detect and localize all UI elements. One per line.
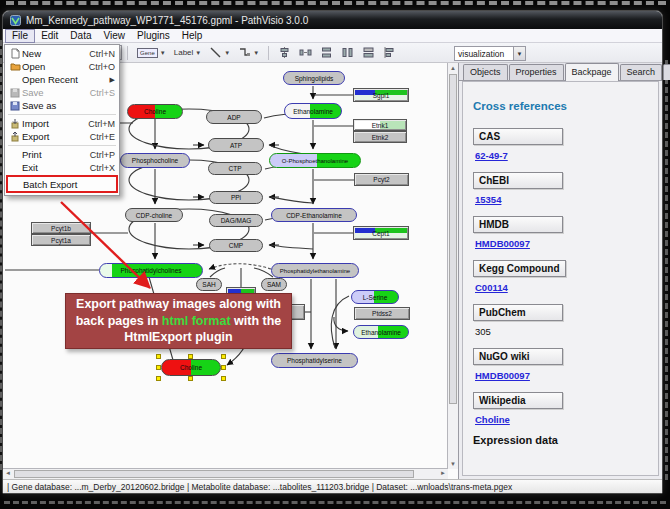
open-folder-icon bbox=[10, 62, 21, 71]
crossref-link[interactable]: 62-49-7 bbox=[475, 150, 508, 161]
node-sgpl1[interactable]: Sgpl1 bbox=[353, 88, 409, 102]
node-phosphocholine[interactable]: Phosphocholine bbox=[120, 153, 190, 168]
node-etnk2[interactable]: Etnk2 bbox=[353, 131, 407, 143]
node-phosphatidylethanolamine[interactable]: Phosphatidylethanolamine bbox=[271, 263, 359, 278]
menu-help[interactable]: Help bbox=[176, 29, 209, 42]
align-left-button[interactable] bbox=[380, 45, 399, 60]
node-dag-mag[interactable]: DAG/MAG bbox=[209, 214, 263, 227]
menu-item-open[interactable]: Open Ctrl+O bbox=[5, 60, 119, 73]
selection-handle[interactable] bbox=[221, 365, 226, 370]
tab-search[interactable]: Search bbox=[620, 64, 663, 80]
menu-item-import[interactable]: Import Ctrl+M bbox=[5, 117, 119, 130]
annotation-callout: Export pathway images along with back pa… bbox=[65, 293, 292, 349]
canvas-vertical-scrollbar[interactable]: ▲ ▼ bbox=[447, 63, 458, 469]
scroll-right-arrow[interactable]: ► bbox=[438, 469, 448, 479]
align-left-icon bbox=[383, 46, 396, 59]
crossref-source: PubChem bbox=[473, 304, 563, 321]
node-cdp-choline[interactable]: CDP-choline bbox=[125, 208, 183, 222]
tab-legend[interactable]: Legend bbox=[663, 64, 670, 80]
frame-dash-top bbox=[6, 1, 666, 5]
expression-data-heading: Expression data bbox=[473, 434, 658, 446]
node-ctp[interactable]: CTP bbox=[208, 162, 262, 175]
canvas-horizontal-scrollbar[interactable]: ◄ ► bbox=[3, 468, 448, 479]
stack-horizontal-button[interactable] bbox=[338, 45, 357, 60]
tab-properties[interactable]: Properties bbox=[509, 64, 564, 80]
node-cdp-ethanolamine[interactable]: CDP-Ethanolamine bbox=[271, 208, 357, 222]
menu-file[interactable]: File bbox=[5, 29, 35, 43]
node-pcyt1a[interactable]: Pcyt1a bbox=[31, 234, 91, 246]
menu-bar: File Edit Data View Plugins Help bbox=[3, 29, 662, 43]
crossref-link[interactable]: HMDB00097 bbox=[475, 370, 530, 381]
chevron-down-icon[interactable]: ▼ bbox=[513, 47, 525, 60]
scroll-up-arrow[interactable]: ▲ bbox=[448, 63, 458, 73]
menu-item-new[interactable]: New Ctrl+N bbox=[5, 47, 119, 60]
scrollbar-thumb[interactable] bbox=[449, 74, 457, 404]
crossref-value: 305 bbox=[475, 326, 658, 337]
visualization-combobox[interactable]: visualization ▼ bbox=[454, 46, 526, 61]
datanode-tool-button[interactable]: Gene ▼ bbox=[134, 47, 169, 59]
crossref-link[interactable]: Choline bbox=[475, 414, 510, 425]
distribute-horizontal-button[interactable] bbox=[296, 45, 315, 60]
chevron-down-icon: ▼ bbox=[195, 50, 201, 56]
tab-objects[interactable]: Objects bbox=[463, 64, 508, 80]
selection-handle[interactable] bbox=[156, 354, 161, 359]
node-l-serine[interactable]: L-Serine bbox=[351, 290, 399, 304]
distribute-horizontal-icon bbox=[299, 46, 312, 59]
selection-handle[interactable] bbox=[221, 376, 226, 381]
scrollbar-thumb[interactable] bbox=[14, 470, 414, 478]
scroll-left-arrow[interactable]: ◄ bbox=[3, 469, 13, 479]
selection-handle[interactable] bbox=[221, 354, 226, 359]
node-phosphatidylcholines[interactable]: Phosphatidylcholines bbox=[99, 263, 203, 278]
node-phosphatidylserine[interactable]: Phosphatidylserine bbox=[271, 353, 358, 368]
node-ethanolamine-bottom[interactable]: Ethanolamine bbox=[353, 325, 409, 339]
node-ptdss2[interactable]: Ptdss2 bbox=[354, 307, 410, 320]
node-choline-selected[interactable]: Choline bbox=[161, 359, 221, 376]
node-cept1[interactable]: Cept1 bbox=[353, 226, 409, 240]
line-tool-button[interactable]: ▼ bbox=[206, 45, 233, 60]
menu-data[interactable]: Data bbox=[64, 29, 97, 42]
menu-plugins[interactable]: Plugins bbox=[131, 29, 176, 42]
node-etnk1[interactable]: Etnk1 bbox=[353, 119, 407, 131]
chevron-down-icon: ▼ bbox=[224, 50, 230, 56]
menu-edit[interactable]: Edit bbox=[35, 29, 64, 42]
node-choline-top[interactable]: Choline bbox=[127, 104, 183, 119]
crossref-section: CAS 62-49-7 bbox=[473, 126, 658, 161]
crossref-link[interactable]: C00114 bbox=[475, 282, 508, 293]
crossref-section: Wikipedia Choline bbox=[473, 390, 658, 425]
label-tool-button[interactable]: Label ▼ bbox=[171, 47, 205, 58]
selection-handle[interactable] bbox=[188, 376, 193, 381]
node-sam[interactable]: SAM bbox=[261, 278, 287, 291]
menu-item-export[interactable]: Export Ctrl+E bbox=[5, 130, 119, 143]
export-icon bbox=[10, 132, 20, 142]
selection-handle[interactable] bbox=[188, 354, 193, 359]
align-center-button[interactable] bbox=[275, 45, 294, 60]
menu-item-save-as[interactable]: Save as bbox=[5, 99, 119, 112]
crossref-link[interactable]: HMDB00097 bbox=[475, 238, 530, 249]
node-ppi[interactable]: PPi bbox=[209, 191, 263, 204]
menu-item-batch-export[interactable]: Batch Export bbox=[6, 175, 118, 193]
crossref-source: NuGO wiki bbox=[473, 348, 563, 365]
menu-view[interactable]: View bbox=[97, 29, 131, 42]
crossref-link[interactable]: 15354 bbox=[475, 194, 501, 205]
node-sphingolipids[interactable]: Sphingolipids bbox=[283, 71, 345, 85]
node-pcyt2[interactable]: Pcyt2 bbox=[354, 173, 409, 186]
scroll-down-arrow[interactable]: ▼ bbox=[448, 459, 458, 469]
stack-vertical-button[interactable] bbox=[317, 45, 336, 60]
node-adp[interactable]: ADP bbox=[206, 110, 262, 124]
node-o-phosphoethanolamine[interactable]: O-Phosphoethanolamine bbox=[269, 153, 361, 168]
node-atp[interactable]: ATP bbox=[208, 138, 264, 152]
menu-item-save[interactable]: Save Ctrl+S bbox=[5, 86, 119, 99]
node-cmp[interactable]: CMP bbox=[209, 239, 263, 252]
node-pcyt1b[interactable]: Pcyt1b bbox=[31, 222, 91, 234]
selection-handle[interactable] bbox=[156, 376, 161, 381]
status-text: | Gene database: ...m_Derby_20120602.bri… bbox=[7, 482, 512, 492]
menu-item-open-recent[interactable]: Open Recent ▶ bbox=[5, 73, 119, 86]
tab-backpage[interactable]: Backpage bbox=[565, 63, 619, 81]
node-sah[interactable]: SAH bbox=[196, 278, 222, 291]
selection-handle[interactable] bbox=[156, 365, 161, 370]
menu-item-print[interactable]: Print Ctrl+P bbox=[5, 148, 119, 161]
menu-item-exit[interactable]: Exit Ctrl+X bbox=[5, 161, 119, 174]
match-width-button[interactable] bbox=[359, 45, 378, 60]
node-ethanolamine-top[interactable]: Ethanolamine bbox=[284, 103, 342, 119]
connector-tool-button[interactable]: ▼ bbox=[235, 45, 262, 60]
